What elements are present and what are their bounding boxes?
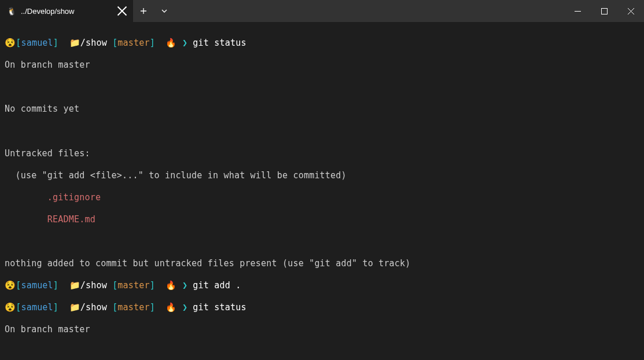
tab-dropdown-button[interactable] <box>154 0 175 22</box>
face-icon: 😵 <box>5 302 16 313</box>
prompt-branch: master <box>117 280 149 291</box>
bracket-close: ] <box>53 302 58 313</box>
prompt-arrow: ❯ <box>182 280 187 291</box>
untracked-file: README.md <box>5 214 639 225</box>
bracket-open: [ <box>112 302 117 313</box>
close-window-button[interactable] <box>617 0 644 22</box>
bracket-close: ] <box>150 302 155 313</box>
prompt-user: samuel <box>21 280 53 291</box>
prompt-user: samuel <box>21 38 53 48</box>
output-line: No commits yet <box>5 104 639 115</box>
minimize-button[interactable] <box>564 0 591 22</box>
maximize-button[interactable] <box>591 0 617 22</box>
svg-rect-0 <box>601 8 607 14</box>
folder-icon: 📁 <box>69 38 80 49</box>
bracket-close: ] <box>53 38 58 48</box>
prompt-user: samuel <box>21 302 53 313</box>
tux-icon: 🐧 <box>7 7 16 16</box>
bracket-close: ] <box>150 280 155 291</box>
prompt-branch: master <box>117 38 149 48</box>
prompt-path: /show <box>80 302 107 313</box>
tab-title: ../Develop/show <box>21 7 75 16</box>
folder-icon: 📁 <box>69 280 80 291</box>
bracket-close: ] <box>150 38 155 48</box>
tab-region: 🐧 ../Develop/show <box>0 0 175 22</box>
fire-icon: 🔥 <box>165 280 176 291</box>
prompt-line: 😵[samuel] 📁/show [master] 🔥 ❯ git status <box>5 302 639 313</box>
blank-line <box>5 346 639 357</box>
output-line: Untracked files: <box>5 148 639 159</box>
bracket-open: [ <box>112 280 117 291</box>
blank-line <box>5 82 639 93</box>
fire-icon: 🔥 <box>165 38 176 49</box>
titlebar: 🐧 ../Develop/show <box>0 0 644 22</box>
prompt-line: 😵[samuel] 📁/show [master] 🔥 ❯ git add . <box>5 280 639 291</box>
output-line: (use "git add <file>..." to include in w… <box>5 170 639 181</box>
folder-icon: 📁 <box>69 302 80 313</box>
prompt-arrow: ❯ <box>182 38 187 48</box>
blank-line <box>5 126 639 137</box>
output-line: nothing added to commit but untracked fi… <box>5 258 639 269</box>
untracked-file: .gitignore <box>5 192 639 203</box>
bracket-open: [ <box>112 38 117 48</box>
prompt-path: /show <box>80 38 107 48</box>
close-tab-button[interactable] <box>117 6 127 16</box>
output-line: On branch master <box>5 324 639 335</box>
face-icon: 😵 <box>5 280 16 291</box>
blank-line <box>5 236 639 247</box>
prompt-line: 😵[samuel] 📁/show [master] 🔥 ❯ git status <box>5 38 639 49</box>
prompt-branch: master <box>117 302 149 313</box>
prompt-arrow: ❯ <box>182 302 187 313</box>
face-icon: 😵 <box>5 38 16 49</box>
output-line: On branch master <box>5 60 639 71</box>
command-text: git status <box>193 38 246 48</box>
terminal-viewport[interactable]: 😵[samuel] 📁/show [master] 🔥 ❯ git status… <box>0 22 644 360</box>
prompt-path: /show <box>80 280 107 291</box>
command-text: git status <box>193 302 246 313</box>
new-tab-button[interactable] <box>133 0 154 22</box>
window-controls <box>564 0 644 22</box>
tab-active[interactable]: 🐧 ../Develop/show <box>0 0 133 22</box>
bracket-close: ] <box>53 280 58 291</box>
command-text: git add . <box>193 280 241 291</box>
fire-icon: 🔥 <box>165 302 176 313</box>
